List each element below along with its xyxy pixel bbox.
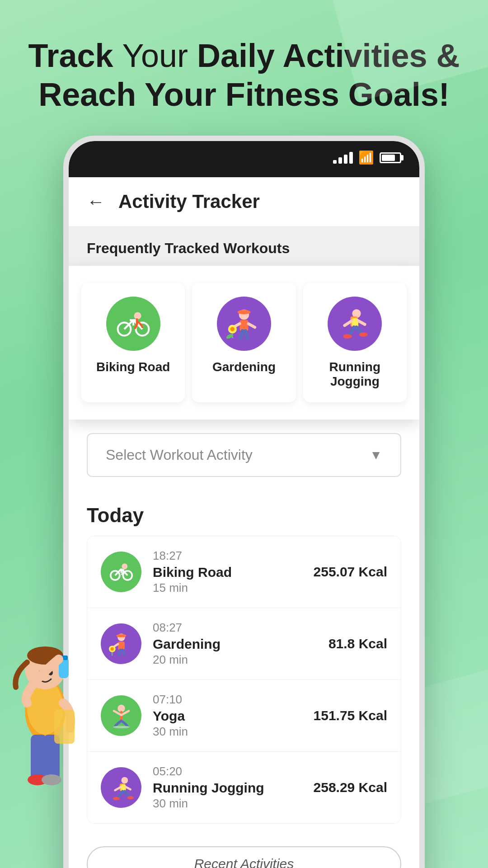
workout-card-jogging[interactable]: Running Jogging	[303, 283, 407, 402]
workout-cards: Biking Road	[69, 275, 419, 410]
svg-line-37	[349, 327, 354, 335]
section-title: Frequently Tracked Workouts	[87, 240, 401, 257]
svg-line-65	[126, 787, 130, 789]
activity-item-yoga[interactable]: 07:10 Yoga 30 min 151.75 Kcal	[87, 680, 401, 752]
fitness-character	[0, 619, 90, 778]
yoga-duration: 30 min	[153, 725, 314, 739]
svg-line-66	[118, 791, 122, 797]
biking-icon	[106, 297, 160, 351]
gardening-kcal: 81.8 Kcal	[328, 636, 387, 651]
svg-line-15	[124, 320, 133, 329]
activity-info-gardening: 08:27 Gardening 20 min	[153, 621, 328, 667]
biking-duration: 15 min	[153, 581, 314, 595]
today-title: Today	[87, 504, 401, 527]
back-button[interactable]: ←	[87, 192, 105, 212]
gardening-activity-icon	[101, 623, 141, 664]
activity-list: 18:27 Biking Road 15 min 255.07 Kcal	[87, 536, 401, 824]
app-title: Activity Tracker	[118, 191, 260, 212]
yoga-time: 07:10	[153, 693, 314, 707]
svg-line-36	[358, 321, 365, 325]
frequently-tracked-section: Frequently Tracked Workouts	[69, 226, 419, 266]
svg-point-39	[343, 334, 352, 339]
svg-point-52	[110, 647, 113, 650]
running-activity-icon	[101, 767, 141, 808]
wifi-icon: 📶	[358, 150, 374, 165]
yoga-name: Yoga	[153, 708, 314, 724]
workout-card-biking[interactable]: Biking Road	[81, 283, 185, 402]
biking-name: Biking Road	[153, 565, 314, 580]
dropdown-arrow-icon: ▼	[370, 448, 382, 462]
gardening-duration: 20 min	[153, 653, 328, 667]
biking-activity-icon	[101, 552, 141, 592]
dropdown-section: Select Workout Activity ▼	[69, 420, 419, 491]
svg-point-11	[42, 774, 61, 785]
svg-point-60	[113, 726, 130, 728]
gardening-icon	[217, 297, 271, 351]
svg-point-61	[121, 777, 128, 783]
jogging-icon	[328, 297, 382, 351]
jogging-label: Running Jogging	[312, 360, 398, 389]
svg-point-48	[116, 634, 126, 637]
svg-rect-22	[239, 320, 248, 331]
biking-label: Biking Road	[90, 360, 176, 374]
svg-point-26	[230, 327, 235, 331]
activity-info-biking: 18:27 Biking Road 15 min	[153, 549, 314, 595]
workout-cards-container: Biking Road	[69, 266, 419, 420]
recent-btn-section: Recent Activities	[69, 837, 419, 868]
gardening-name: Gardening	[153, 637, 328, 652]
yoga-activity-icon	[101, 695, 141, 736]
running-duration: 30 min	[153, 797, 314, 811]
activity-info-yoga: 07:10 Yoga 30 min	[153, 693, 314, 739]
running-kcal: 258.29 Kcal	[314, 780, 387, 795]
activity-item-running[interactable]: 05:20 Running Jogging 30 min 258.29 Kcal	[87, 752, 401, 823]
biking-time: 18:27	[153, 549, 314, 563]
svg-line-54	[119, 650, 121, 655]
svg-point-40	[359, 332, 368, 337]
workout-activity-dropdown[interactable]: Select Workout Activity ▼	[87, 433, 401, 477]
biking-kcal: 255.07 Kcal	[314, 564, 387, 580]
today-section: Today	[69, 491, 419, 837]
app-header: ← Activity Tracker	[69, 177, 419, 226]
recent-activities-button[interactable]: Recent Activities	[87, 846, 401, 868]
svg-line-29	[240, 331, 243, 338]
svg-point-19	[134, 312, 141, 319]
workout-card-gardening[interactable]: Gardening	[192, 283, 296, 402]
phone-mockup: 📶 ← Activity Tracker Frequently Tracked …	[63, 136, 425, 868]
svg-line-55	[122, 650, 125, 655]
activity-item-gardening[interactable]: 08:27 Gardening 20 min 81.8 Kcal	[87, 608, 401, 680]
svg-line-30	[245, 331, 248, 338]
battery-icon	[380, 152, 401, 163]
running-time: 05:20	[153, 764, 314, 778]
svg-point-69	[127, 796, 134, 799]
svg-rect-49	[118, 642, 125, 650]
status-bar: 📶	[69, 141, 419, 177]
svg-point-46	[122, 563, 127, 569]
svg-line-67	[124, 791, 129, 797]
notch	[199, 141, 289, 164]
running-name: Running Jogging	[153, 780, 314, 796]
svg-point-21	[238, 310, 251, 315]
status-icons: 📶	[333, 150, 401, 165]
gardening-time: 08:27	[153, 621, 328, 635]
gardening-label: Gardening	[201, 360, 286, 374]
svg-rect-12	[54, 710, 75, 744]
app-content: ← Activity Tracker Frequently Tracked Wo…	[69, 177, 419, 868]
svg-point-68	[113, 797, 120, 800]
activity-item-biking[interactable]: 18:27 Biking Road 15 min 255.07 Kcal	[87, 536, 401, 608]
dropdown-placeholder: Select Workout Activity	[106, 447, 253, 463]
signal-icon	[333, 152, 353, 164]
svg-line-24	[249, 324, 255, 327]
yoga-kcal: 151.75 Kcal	[314, 708, 387, 723]
activity-info-running: 05:20 Running Jogging 30 min	[153, 764, 314, 811]
